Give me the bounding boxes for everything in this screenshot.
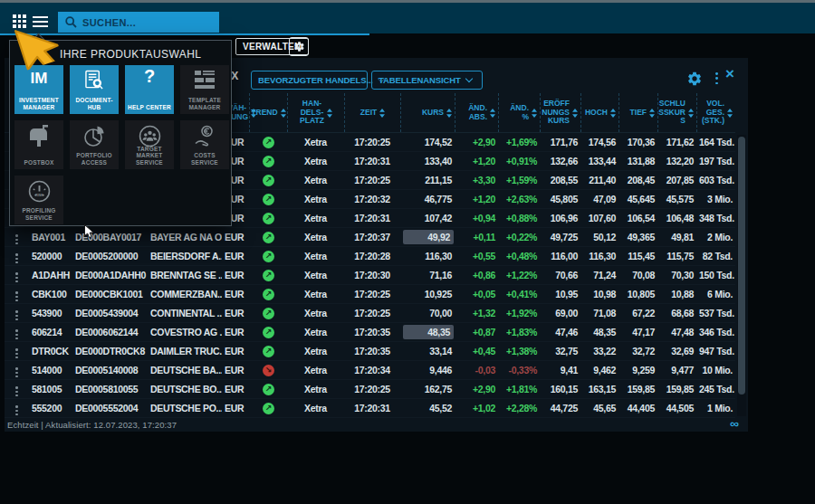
high-cell: 33,22 (580, 346, 618, 357)
main-menu-button[interactable] (33, 16, 48, 27)
tile-help-center[interactable]: ? HELP CENTER (125, 65, 174, 114)
trend-up-icon: ↗ (263, 270, 274, 281)
row-menu-button[interactable] (12, 385, 21, 398)
question-mark-icon: ? (125, 66, 174, 87)
change_pct-cell: +0,91% (498, 156, 540, 166)
row-menu-button[interactable] (12, 309, 21, 322)
panel-more-button[interactable] (713, 71, 721, 85)
column-header[interactable]: TREND (249, 93, 287, 132)
price-value: 71,16 (429, 270, 452, 281)
workspace-settings-button[interactable] (289, 37, 309, 56)
price-cell: 116,30 (400, 251, 455, 262)
low-cell: 67,22 (618, 308, 657, 319)
column-header[interactable]: ÄND. % (498, 93, 540, 132)
column-header[interactable]: ÄND. ABS. (455, 93, 498, 132)
close-cell: 132,20 (657, 156, 696, 166)
row-menu-button[interactable] (12, 347, 21, 360)
row-menu-cell (5, 361, 29, 380)
trend-up-icon: ↗ (263, 175, 274, 186)
volume-cell: 82 Tsd. (696, 251, 735, 262)
column-header[interactable]: ERÖFF NUNGS KURS (540, 93, 580, 132)
close-cell: 106,48 (657, 213, 696, 223)
trend-up-icon: ↗ (263, 213, 274, 224)
table-row[interactable]: DTR0CKDE000DTR0CK8DAIMLER TRUC...EUR↗Xet… (5, 342, 735, 361)
row-menu-button[interactable] (12, 404, 21, 417)
panel-close-button[interactable]: × (725, 65, 734, 83)
change_pct-cell: -0,33% (498, 365, 540, 376)
row-menu-button[interactable] (12, 366, 21, 379)
preferred-venue-dropdown[interactable]: BEVORZUGTER HANDELS... (251, 71, 368, 90)
change_pct-cell: +1,92% (498, 308, 540, 319)
table-row[interactable]: BAY001DE000BAY0017BAYER AG NA O...EUR↗Xe… (5, 228, 735, 247)
row-menu-button[interactable] (12, 233, 21, 246)
sort-icon (572, 109, 578, 118)
tile-target-market-service[interactable]: TARGET MARKET SERVICE (125, 120, 174, 169)
chevron-down-icon (465, 75, 472, 82)
table-row[interactable]: 543900DE0005439004CONTINENTAL ...EUR↗Xet… (5, 304, 735, 323)
column-header[interactable]: VOL. GES. (STK.) (696, 93, 735, 132)
currency-cell: EUR (222, 327, 249, 338)
tile-investment-manager[interactable]: IM INVESTMENT MANAGER (14, 65, 63, 114)
scrollbar-thumb[interactable] (738, 137, 745, 395)
row-menu-cell (5, 228, 29, 247)
change_abs-cell: -0,03 (455, 365, 498, 376)
column-header[interactable]: HOCH (580, 93, 618, 132)
trend-up-icon: ↗ (263, 251, 274, 262)
currency-cell: EUR (222, 346, 249, 357)
sort-icon (649, 109, 655, 118)
volume-cell: 2 Mio. (696, 232, 735, 242)
change_pct-cell: +0,41% (498, 289, 540, 300)
column-header[interactable]: TIEF (618, 93, 657, 132)
price-cell: 46,775 (400, 194, 455, 204)
tile-document-hub[interactable]: DOCUMENT- HUB (70, 65, 119, 114)
sort-icon (327, 109, 332, 118)
name-cell: CONTINENTAL ... (148, 308, 222, 319)
open-cell: 44,725 (540, 403, 580, 414)
low-cell: 32,72 (618, 346, 657, 357)
vertical-scrollbar[interactable] (737, 135, 746, 416)
tile-portfolio-access[interactable]: PORTFOLIO ACCESS (70, 120, 119, 169)
column-header[interactable]: SCHLU SSKUR S (657, 93, 696, 132)
search-input[interactable]: SUCHEN... (58, 12, 219, 33)
table-row[interactable]: 581005DE0005810055DEUTSCHE BO...EUR↗Xetr… (5, 380, 735, 399)
column-header[interactable]: HAN- DELS- PLATZ (287, 93, 344, 132)
column-header[interactable]: KURS (400, 93, 455, 132)
table-row[interactable]: A1DAHHDE000A1DAHH0BRENNTAG SE ...EUR↗Xet… (5, 266, 735, 285)
gear-icon (686, 71, 703, 87)
tile-costs-service[interactable]: COSTS SERVICE (180, 120, 229, 169)
table-row[interactable]: CBK100DE000CBK1001COMMERZBAN...EUR↗Xetra… (5, 285, 735, 304)
table-row[interactable]: 520000DE0005200000BEIERSDORF A...EUR↗Xet… (5, 247, 735, 266)
row-menu-button[interactable] (12, 290, 21, 303)
price-value: 116,30 (425, 251, 452, 262)
panel-settings-button[interactable] (686, 71, 703, 87)
tile-profiling-service[interactable]: RISK PROFILING SERVICE (14, 176, 63, 224)
row-menu-button[interactable] (12, 328, 21, 341)
close-cell: 49,81 (657, 232, 696, 242)
high-cell: 163,15 (580, 384, 618, 395)
table-row[interactable]: 514000DE0005140008DEUTSCHE BA...EUR↘Xetr… (5, 361, 735, 380)
cell: ↗ (249, 307, 287, 319)
apps-grid-button[interactable] (13, 14, 26, 28)
table-view-dropdown[interactable]: TABELLENANSICHT (371, 71, 483, 90)
tile-template-manager[interactable]: TEMPLATE MANAGER (180, 65, 229, 114)
row-menu-button[interactable] (12, 252, 21, 265)
table-row[interactable]: 555200DE0005552004DEUTSCHE PO...EUR↗Xetr… (5, 399, 735, 418)
low-cell: 131,88 (618, 156, 657, 166)
svg-text:RISK: RISK (35, 194, 43, 197)
grid-icon (13, 14, 16, 18)
trend-up-icon: ↗ (263, 194, 274, 205)
table-row[interactable]: 606214DE0006062144COVESTRO AG ...EUR↗Xet… (5, 323, 735, 342)
row-menu-button[interactable] (12, 271, 21, 284)
low-cell: 159,85 (618, 384, 657, 395)
search-placeholder: SUCHEN... (82, 17, 136, 28)
change_abs-cell: +2,90 (455, 384, 498, 395)
wkn-cell: 514000 (29, 365, 72, 376)
tile-postbox[interactable]: POSTBOX (14, 120, 63, 169)
change_abs-cell: +0,86 (455, 270, 498, 281)
change_abs-cell: +0,11 (455, 232, 498, 242)
column-header[interactable]: ZEIT (344, 93, 400, 132)
high-cell: 47,09 (580, 194, 618, 204)
change_pct-cell: +1,22% (498, 270, 540, 281)
kebab-icon (715, 72, 718, 75)
link-channel-icon[interactable]: ∞ (730, 417, 739, 430)
